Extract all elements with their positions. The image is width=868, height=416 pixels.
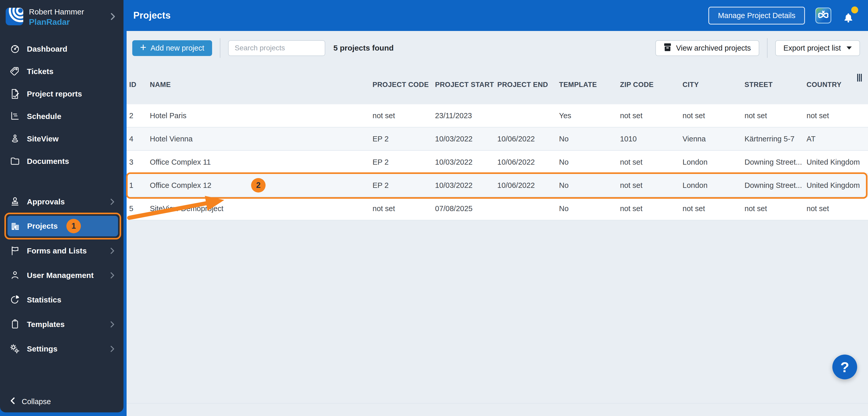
cell-country: not set <box>807 204 868 213</box>
sidebar-item-schedule[interactable]: Schedule <box>0 105 123 128</box>
user-account-switcher[interactable]: Robert Hammer PlanRadar <box>0 0 123 34</box>
search-projects-input[interactable] <box>228 40 325 56</box>
cell-name: SiteView Demoproject <box>150 204 373 213</box>
caret-down-icon <box>846 46 852 49</box>
column-header-street: STREET <box>745 81 807 89</box>
column-header-project-start: PROJECT START <box>435 81 497 89</box>
cell-code: not set <box>373 204 435 213</box>
cell-zip: not set <box>620 158 683 167</box>
cell-street: not set <box>745 111 807 120</box>
column-header-name: NAME <box>150 81 373 89</box>
add-new-project-button[interactable]: + Add new project <box>132 40 212 56</box>
building-icon <box>9 220 21 232</box>
cell-name: Hotel Vienna <box>150 135 373 143</box>
chevron-right-icon <box>109 345 116 353</box>
sidebar-item-project-reports[interactable]: Project reports <box>0 82 123 105</box>
cell-country: not set <box>807 111 868 120</box>
help-button[interactable]: ? <box>832 355 857 379</box>
cell-name: Office Complex 11 <box>150 158 373 167</box>
collapse-label: Collapse <box>22 397 51 406</box>
cell-start: 07/08/2025 <box>435 204 497 213</box>
export-project-list-button[interactable]: Export project list <box>775 40 860 56</box>
person-icon <box>9 270 21 281</box>
pie-icon <box>9 294 21 306</box>
cell-street: Downing Street... <box>745 158 807 167</box>
user-organization: PlanRadar <box>29 17 84 27</box>
view-archived-projects-button[interactable]: View archived projects <box>655 40 759 56</box>
table-header-grid: IDNAMEPROJECT CODEPROJECT STARTPROJECT E… <box>127 65 868 104</box>
bell-icon <box>842 12 855 24</box>
cell-id: 3 <box>129 158 150 167</box>
person-pin-icon <box>9 133 21 144</box>
table-row[interactable]: 5SiteView Demoprojectnot set07/08/2025No… <box>127 197 868 220</box>
user-name: Robert Hammer <box>29 7 84 16</box>
cell-country: AT <box>807 135 868 143</box>
cell-zip: not set <box>620 204 683 213</box>
collapse-button[interactable]: Collapse <box>9 396 51 407</box>
cell-city: not set <box>683 111 745 120</box>
notifications-button[interactable] <box>842 7 858 24</box>
column-header-project-code: PROJECT CODE <box>373 81 435 89</box>
table-row[interactable]: 3Office Complex 11EP 210/03/202210/06/20… <box>127 151 868 174</box>
cell-start: 10/03/2022 <box>435 181 497 190</box>
sidebar-item-statistics[interactable]: Statistics <box>0 287 123 312</box>
sidebar-item-templates[interactable]: Templates <box>0 312 123 337</box>
chevron-right-icon <box>109 198 116 206</box>
column-header-id: ID <box>129 81 150 89</box>
cell-city: not set <box>683 204 745 213</box>
sidebar-item-siteview[interactable]: SiteView <box>0 128 123 150</box>
cell-zip: not set <box>620 181 683 190</box>
cell-city: Vienna <box>683 135 745 143</box>
table-row[interactable]: 2Hotel Parisnot set23/11/2023Yesnot setn… <box>127 104 868 128</box>
chevron-right-icon <box>109 247 116 255</box>
gears-icon <box>9 343 21 355</box>
projects-table-body: 2Hotel Parisnot set23/11/2023Yesnot setn… <box>127 104 868 220</box>
sidebar-item-tickets[interactable]: Tickets <box>0 60 123 82</box>
sidebar-item-approvals[interactable]: Approvals <box>0 189 123 214</box>
cell-code: EP 2 <box>373 158 435 167</box>
sidebar-item-projects[interactable]: Projects1 <box>7 216 118 236</box>
cell-id: 5 <box>129 204 150 213</box>
cell-end: 10/06/2022 <box>497 181 559 190</box>
column-header-project-end: PROJECT END <box>497 81 559 89</box>
notification-dot <box>851 6 858 13</box>
sidebar-item-user-management[interactable]: User Management <box>0 263 123 287</box>
column-settings-icon[interactable] <box>857 74 862 81</box>
cell-start: 10/03/2022 <box>435 158 497 167</box>
chevron-left-icon <box>9 396 16 407</box>
cell-zip: 1010 <box>620 135 683 143</box>
manage-project-details-button[interactable]: Manage Project Details <box>708 7 805 25</box>
column-header-country: COUNTRY <box>807 81 868 89</box>
cell-start: 10/03/2022 <box>435 135 497 143</box>
cell-street: Kärtnerring 5-7 <box>745 135 807 143</box>
folder-icon <box>9 155 21 167</box>
clipboard-icon <box>9 319 21 330</box>
cell-code: EP 2 <box>373 135 435 143</box>
marketplace-apps-button[interactable] <box>815 7 831 24</box>
projects-toolbar: + Add new project 5 projects found View … <box>127 31 868 65</box>
cell-end: 10/06/2022 <box>497 135 559 143</box>
table-row[interactable]: 1Office Complex 122EP 210/03/202210/06/2… <box>127 174 868 197</box>
cell-template: No <box>559 204 620 213</box>
main-area: Projects Manage Project Details <box>127 0 868 416</box>
sidebar-item-documents[interactable]: Documents <box>0 150 123 172</box>
planradar-logo <box>6 8 23 26</box>
results-count: 5 projects found <box>334 44 394 53</box>
table-header: IDNAMEPROJECT CODEPROJECT STARTPROJECT E… <box>127 65 868 104</box>
sidebar-item-dashboard[interactable]: Dashboard <box>0 38 123 60</box>
table-row[interactable]: 4Hotel ViennaEP 210/03/202210/06/2022No1… <box>127 128 868 151</box>
cell-country: United Kingdom <box>807 181 868 190</box>
step-badge-1: 1 <box>66 219 81 233</box>
chevron-right-icon <box>109 12 117 22</box>
sidebar-item-settings[interactable]: Settings <box>0 337 123 361</box>
cell-template: No <box>559 181 620 190</box>
column-header-city: CITY <box>683 81 745 89</box>
cell-id: 1 <box>129 181 150 190</box>
page-header: Projects Manage Project Details <box>127 0 868 31</box>
cell-start: 23/11/2023 <box>435 111 497 120</box>
cell-template: No <box>559 135 620 143</box>
sidebar-item-forms-and-lists[interactable]: Forms and Lists <box>0 238 123 263</box>
cell-name: Office Complex 122 <box>150 181 373 190</box>
report-icon <box>9 88 21 100</box>
cell-name: Hotel Paris <box>150 111 373 120</box>
